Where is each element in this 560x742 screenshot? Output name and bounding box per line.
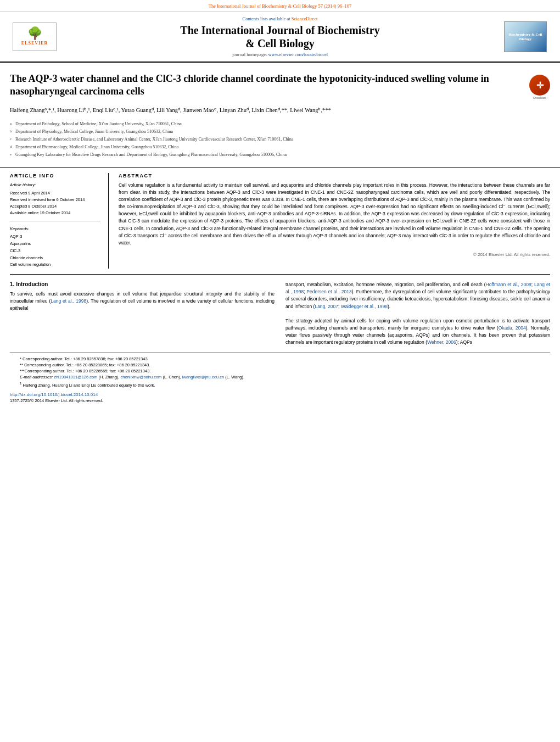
okada-ref[interactable]: Okada, 2004 xyxy=(499,325,526,331)
affiliation-c: c Research Institute of Atherosclerotic … xyxy=(10,136,550,143)
kw-chloride: Chloride channels xyxy=(10,255,100,262)
intro-left-text: To survive, cells must avoid excessive c… xyxy=(10,291,275,313)
footnotes-section: * Corresponding author. Tel.: +86 29 826… xyxy=(10,352,550,388)
hoffmann-ref[interactable]: Hoffmann et al., 2009 xyxy=(486,282,531,287)
article-info-abstract-section: ARTICLE INFO Article history: Received 9… xyxy=(0,167,560,269)
intro-left-col: 1. Introduction To survive, cells must a… xyxy=(10,281,275,347)
sciencedirect-link[interactable]: ScienceDirect xyxy=(292,16,318,21)
journal-title-line2: & Cell Biology xyxy=(65,37,495,50)
affiliation-d: d Department of Pharmacology, Medical Co… xyxy=(10,144,550,150)
authors-section: Haifeng Zhangᵃ,*,¹, Huarong Liᵇ,¹, Enqi … xyxy=(0,103,560,118)
main-content: 1. Introduction To survive, cells must a… xyxy=(0,275,560,352)
affil-b-text: Department of Physiology, Medical Colleg… xyxy=(15,129,173,135)
wehner-ref[interactable]: Wehner, 2006 xyxy=(427,339,456,345)
journal-logo-box: Biochemistry & Cell Biology xyxy=(504,21,547,52)
sciencedirect-prefix: Contents lists available at xyxy=(243,16,292,21)
kw-aquaporins: Aquaporins xyxy=(10,241,100,248)
issn-line: 1357-2725/© 2014 Elsevier Ltd. All right… xyxy=(10,398,550,403)
affiliations-section: a Department of Pathology, School of Med… xyxy=(0,118,560,163)
journal-ref-text: The International Journal of Biochemistr… xyxy=(209,3,352,9)
elsevier-tree-icon: 🌳 xyxy=(27,27,42,40)
keywords-label: Keywords: xyxy=(10,226,100,233)
journal-title-line1: The International Journal of Biochemistr… xyxy=(65,24,495,37)
kw-clc3: ClC-3 xyxy=(10,248,100,255)
abstract-label: ABSTRACT xyxy=(119,173,550,178)
elsevier-label: ELSEVIER xyxy=(21,41,48,46)
crossmark-label: CrossMark xyxy=(529,96,550,99)
doi-link[interactable]: http://dx.doi.org/10.1016/j.biocel.2014.… xyxy=(10,392,98,397)
lang1998-ref[interactable]: Lang et al., 1998 xyxy=(51,298,86,304)
affiliation-b: b Department of Physiology, Medical Coll… xyxy=(10,129,550,135)
affil-e-text: Guangdong Key Laboratory for Bioactive D… xyxy=(15,152,287,158)
history-header: Article history: xyxy=(10,182,100,188)
keywords-block: Keywords: AQP-3 Aquaporins ClC-3 Chlorid… xyxy=(10,226,100,269)
copyright-line: © 2014 Elsevier Ltd. All rights reserved… xyxy=(119,252,550,257)
journal-title-center: Contents lists available at ScienceDirec… xyxy=(59,16,501,57)
article-title-section: The AQP-3 water channel and the ClC-3 ch… xyxy=(0,63,560,103)
journal-homepage: journal homepage: www.elsevier.com/locat… xyxy=(65,52,495,57)
sciencedirect-line: Contents lists available at ScienceDirec… xyxy=(65,16,495,21)
article-info-label: ARTICLE INFO xyxy=(10,173,100,178)
accepted-date: Accepted 8 October 2014 xyxy=(10,203,100,210)
received-date: Received 9 April 2014 xyxy=(10,190,100,197)
footnote-email: E-mail addresses: zhl19841011@126.com (H… xyxy=(20,374,540,380)
journal-header: 🌳 ELSEVIER Contents lists available at S… xyxy=(0,12,560,63)
crossmark-icon: ✛ xyxy=(529,75,550,96)
waldegger-ref[interactable]: Waldegger et al., 1998 xyxy=(341,304,388,309)
intro-right-col: transport, metabolism, excitation, hormo… xyxy=(285,281,550,347)
article-title: The AQP-3 water channel and the ClC-3 ch… xyxy=(10,72,529,98)
affiliation-a: a Department of Pathology, School of Med… xyxy=(10,121,550,127)
lang2007-ref[interactable]: Lang, 2007 xyxy=(315,304,338,309)
authors-list: Haifeng Zhangᵃ,*,¹, Huarong Liᵇ,¹, Enqi … xyxy=(10,106,550,115)
footnote-2star: ** Corresponding author. Tel.: +86 20 85… xyxy=(20,362,540,368)
footnote-star: * Corresponding author. Tel.: +86 29 826… xyxy=(20,356,540,362)
available-date: Available online 19 October 2014 xyxy=(10,210,100,216)
abstract-text: Cell volume regulation is a fundamental … xyxy=(119,182,550,247)
intro-section-title: 1. Introduction xyxy=(10,281,275,287)
kw-cellvol: Cell volume regulation xyxy=(10,261,100,269)
journal-ref-line: The International Journal of Biochemistr… xyxy=(0,0,560,12)
info-divider xyxy=(10,221,100,221)
affil-c-text: Research Institute of Atherosclerotic Di… xyxy=(15,136,293,143)
affiliation-e: e Guangdong Key Laboratory for Bioactive… xyxy=(10,152,550,158)
email-chen[interactable]: chenlixinw@sohu.com xyxy=(121,375,162,380)
homepage-prefix: journal homepage: xyxy=(232,52,268,57)
section-title-text: Introduction xyxy=(16,281,48,287)
article-info-col: ARTICLE INFO Article history: Received 9… xyxy=(10,173,109,269)
elsevier-logo-area: 🌳 ELSEVIER xyxy=(10,23,59,51)
revised-date: Received in revised form 6 October 2014 xyxy=(10,197,100,203)
footnote-3star: ***Corresponding author. Tel.: +86 20 85… xyxy=(20,368,540,374)
affil-d-text: Department of Pharmacology, Medical Coll… xyxy=(15,144,178,150)
journal-logo-text: Biochemistry & Cell Biology xyxy=(506,32,545,41)
doi-section: http://dx.doi.org/10.1016/j.biocel.2014.… xyxy=(0,388,560,403)
journal-title: The International Journal of Biochemistr… xyxy=(65,24,495,50)
email-wang[interactable]: lwangliwei@jnu.edu.cn xyxy=(182,375,224,380)
crossmark-badge: ✛ CrossMark xyxy=(529,75,550,96)
page-wrapper: The International Journal of Biochemistr… xyxy=(0,0,560,742)
abstract-col: ABSTRACT Cell volume regulation is a fun… xyxy=(109,173,550,269)
article-history: Article history: Received 9 April 2014 R… xyxy=(10,182,100,216)
affil-a-text: Department of Pathology, School of Medic… xyxy=(15,121,182,127)
pedersen-ref[interactable]: Pedersen et al., 2013 xyxy=(306,289,351,294)
section-number: 1. xyxy=(10,281,14,287)
footnote-equal: 1 Haifeng Zhang, Huarong Li and Enqi Liu… xyxy=(20,381,540,388)
kw-aqp3: AQP-3 xyxy=(10,233,100,241)
intro-right-text: transport, metabolism, excitation, hormo… xyxy=(285,281,550,347)
authors-text: Haifeng Zhangᵃ,*,¹, Huarong Liᵇ,¹, Enqi … xyxy=(10,107,331,113)
elsevier-logo: 🌳 ELSEVIER xyxy=(13,23,57,51)
journal-logo-area: Biochemistry & Cell Biology xyxy=(501,21,550,52)
homepage-link[interactable]: www.elsevier.com/locate/biocel xyxy=(268,52,328,57)
email-zhang[interactable]: zhl19841011@126.com xyxy=(54,375,97,380)
